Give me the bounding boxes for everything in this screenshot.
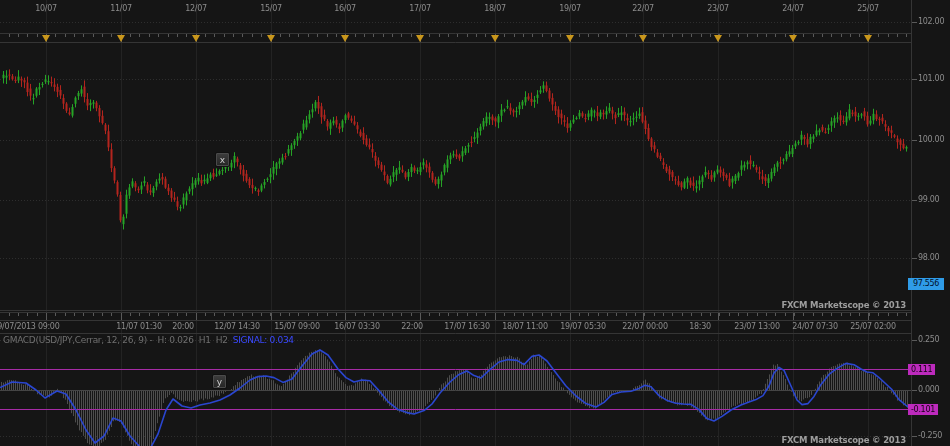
time-axis-tick-label: 25/07 02:00 (850, 322, 895, 332)
top-axis-date-label: 22/07 (632, 4, 654, 14)
top-axis-date-label: 16/07 (334, 4, 356, 14)
top-axis-date-label: 10/07 (35, 4, 57, 14)
price-chart-canvas[interactable] (0, 0, 950, 446)
indicator-title: GMACD(USD/JPY,Cerrar, 12, 26, 9) - H: 0.… (3, 335, 294, 345)
indicator-axis-tick-label: -0.250 (918, 431, 942, 441)
time-axis-tick-label: 19/07 05:30 (560, 322, 605, 332)
last-price-tag: 97.556 (908, 278, 944, 290)
time-axis-tick-label: 23/07 13:00 (734, 322, 779, 332)
time-axis-tick-label: 12/07 14:30 (214, 322, 259, 332)
top-axis-date-label: 17/07 (409, 4, 431, 14)
time-axis-tick-label: 20:00 (172, 322, 194, 332)
annotation-marker-y[interactable]: y (212, 374, 227, 389)
indicator-level-tag[interactable]: 0.111 (908, 364, 935, 375)
top-axis-date-label: 19/07 (559, 4, 581, 14)
time-axis-tick-label: 24/07 07:30 (792, 322, 837, 332)
fxcm-watermark-indicator-panel: FXCM Marketscope © 2013 (781, 435, 906, 445)
indicator-axis-tick-label: 0.250 (918, 335, 939, 345)
time-axis-tick-label: 16/07 03:30 (334, 322, 379, 332)
indicator-level-tag[interactable]: -0.101 (908, 404, 938, 415)
time-axis-tick-label: 18/07 11:00 (502, 322, 547, 332)
price-axis-tick-label: 99.00 (918, 195, 939, 205)
indicator-signal-value: SIGNAL: 0.034 (233, 335, 294, 345)
indicator-title-text: GMACD(USD/JPY,Cerrar, 12, 26, 9) - H: 0.… (3, 335, 233, 345)
top-axis-date-label: 15/07 (260, 4, 282, 14)
top-axis-date-label: 23/07 (707, 4, 729, 14)
time-axis-tick-label: 11/07 01:30 (116, 322, 161, 332)
top-axis-date-label: 25/07 (857, 4, 879, 14)
price-axis-tick-label: 100.00 (918, 135, 944, 145)
time-axis-tick-label: 18:30 (689, 322, 711, 332)
time-axis-tick-label: 15/07 09:00 (274, 322, 319, 332)
fxcm-watermark-price-panel: FXCM Marketscope © 2013 (781, 300, 906, 310)
indicator-axis-tick-label: 0.000 (918, 385, 939, 395)
price-axis-tick-label: 101.00 (918, 74, 944, 84)
price-axis-tick-label: 98.00 (918, 253, 939, 263)
top-axis-date-label: 12/07 (185, 4, 207, 14)
annotation-marker-x[interactable]: x (215, 152, 230, 167)
time-axis-tick-label: 22:00 (401, 322, 423, 332)
price-axis-tick-label: 102.00 (918, 17, 944, 27)
time-axis-tick-label: 17/07 16:30 (444, 322, 489, 332)
top-axis-date-label: 24/07 (782, 4, 804, 14)
chart-window: 10/0711/0712/0715/0716/0717/0718/0719/07… (0, 0, 950, 446)
top-axis-date-label: 11/07 (110, 4, 132, 14)
top-axis-date-label: 18/07 (484, 4, 506, 14)
time-axis-tick-label: 09/07/2013 09:00 (0, 322, 59, 332)
time-axis-tick-label: 22/07 00:00 (622, 322, 667, 332)
